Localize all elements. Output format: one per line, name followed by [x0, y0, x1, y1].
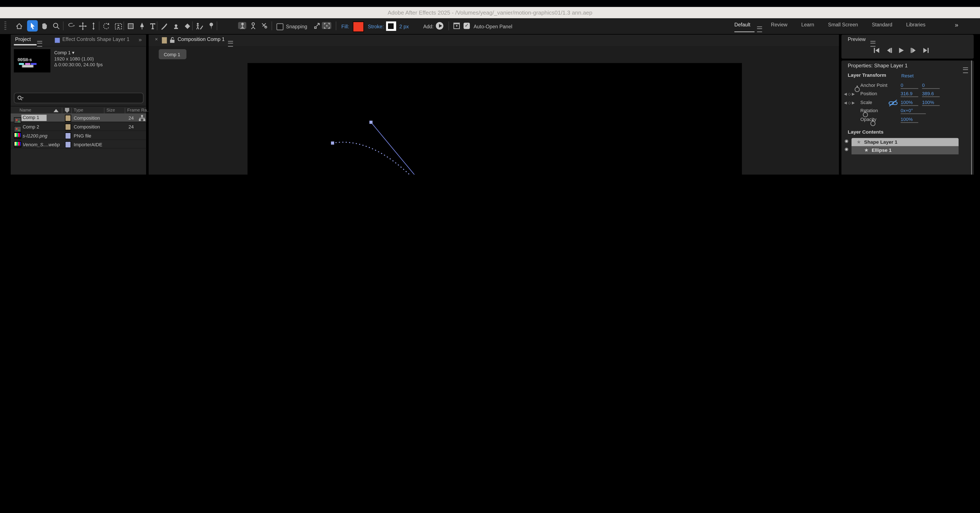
- skip-to-start-icon[interactable]: [873, 47, 880, 53]
- workspace-tab[interactable]: Small Screen: [828, 22, 858, 28]
- path-vertices[interactable]: [331, 121, 742, 175]
- puppet-advanced-pin-icon[interactable]: [249, 22, 257, 29]
- comp-panel-menu-icon[interactable]: [228, 41, 233, 46]
- workspace-tab[interactable]: Learn: [801, 22, 814, 28]
- skip-to-end-icon[interactable]: [923, 47, 930, 53]
- opacity-value[interactable]: 100%: [901, 117, 918, 123]
- project-item-row[interactable]: s-l1200.png PNG file: [11, 131, 146, 140]
- item-name[interactable]: s-l1200.png: [23, 133, 48, 138]
- bezier-handle-line[interactable]: [371, 122, 469, 175]
- scale-x-value[interactable]: 100%: [901, 99, 918, 106]
- clone-stamp-tool-icon[interactable]: [170, 20, 181, 32]
- snapping-checkbox[interactable]: [277, 23, 283, 30]
- pan-camera-tool-icon[interactable]: [77, 20, 88, 32]
- tab-effect-controls[interactable]: Effect Controls Shape Layer 1: [62, 37, 129, 42]
- scale-y-value[interactable]: 100%: [922, 99, 940, 106]
- item-label-swatch[interactable]: [65, 115, 71, 122]
- project-panel-menu-icon[interactable]: [37, 41, 42, 46]
- comp-tab-title[interactable]: Composition Comp 1: [178, 37, 225, 42]
- snapping-label[interactable]: Snapping: [286, 24, 307, 30]
- properties-panel-title[interactable]: Properties: Shape Layer 1: [848, 63, 908, 69]
- project-item-row[interactable]: Comp 2 Composition 24: [11, 122, 146, 131]
- rotation-tool-icon[interactable]: [101, 20, 111, 32]
- label-column-icon[interactable]: [65, 108, 70, 113]
- position-x-value[interactable]: 316.9: [901, 91, 918, 97]
- anchor-y-value[interactable]: 0: [922, 83, 940, 89]
- camera-tool-icon[interactable]: [113, 20, 124, 32]
- workspace-tab-default[interactable]: Default: [734, 22, 751, 28]
- layer-transform-reset[interactable]: Reset: [901, 73, 914, 78]
- project-tabs-overflow-icon[interactable]: »: [138, 37, 142, 43]
- eye-icon[interactable]: ◉: [845, 147, 848, 152]
- project-search-input[interactable]: [14, 92, 143, 104]
- workspace-tab[interactable]: Standard: [872, 22, 892, 28]
- puppet-bend-pin-icon[interactable]: [259, 22, 268, 29]
- home-icon[interactable]: [14, 20, 25, 32]
- stroke-label[interactable]: Stroke:: [368, 24, 384, 30]
- column-name[interactable]: Name: [19, 108, 31, 112]
- tab-project[interactable]: Project: [15, 37, 31, 42]
- project-item-row[interactable]: Venom_S....webp ImporterAIDE: [11, 140, 146, 149]
- stopwatch-icon[interactable]: [855, 87, 860, 92]
- item-name[interactable]: Venom_S....webp: [23, 142, 60, 147]
- shrink-selection-icon[interactable]: [311, 20, 322, 32]
- keyframe-nav-icons[interactable]: ◀ ◇ ▶: [844, 91, 855, 96]
- roto-brush-tool-icon[interactable]: [194, 20, 205, 32]
- unlock-icon[interactable]: [169, 37, 175, 43]
- workspace-menu-icon[interactable]: [757, 26, 762, 32]
- rotation-value[interactable]: 0x+0°: [901, 108, 926, 114]
- previous-frame-icon[interactable]: [886, 47, 892, 53]
- next-frame-icon[interactable]: [910, 47, 917, 53]
- auto-open-checkbox[interactable]: ✓: [464, 23, 470, 29]
- snap-bounds-icon[interactable]: [322, 22, 331, 29]
- item-name[interactable]: Comp 1: [21, 115, 47, 121]
- comp-breadcrumb-pill[interactable]: Comp 1: [159, 49, 186, 59]
- layer-contents-item-shape-layer[interactable]: ★ Shape Layer 1: [852, 138, 959, 146]
- stroke-swatch[interactable]: [386, 21, 396, 31]
- layer-transform-title[interactable]: Layer Transform: [848, 72, 886, 78]
- panel-toggle-icon[interactable]: [451, 20, 462, 32]
- item-label-swatch[interactable]: [65, 124, 71, 131]
- puppet-pin-tool-icon[interactable]: [206, 20, 217, 32]
- sort-ascending-icon[interactable]: [54, 109, 59, 112]
- comp-tab-close-icon[interactable]: ×: [155, 37, 158, 42]
- selection-tool-icon[interactable]: [27, 20, 38, 32]
- workspace-tab[interactable]: Review: [771, 22, 787, 28]
- fill-swatch[interactable]: [353, 21, 364, 32]
- stroke-width-value[interactable]: 2 px: [399, 24, 409, 30]
- item-label-swatch[interactable]: [65, 141, 71, 148]
- unlink-icon[interactable]: [888, 99, 898, 107]
- workspace-tab[interactable]: Libraries: [906, 22, 925, 28]
- item-name[interactable]: Comp 2: [23, 124, 39, 129]
- position-y-value[interactable]: 389.6: [922, 91, 940, 97]
- puppet-position-pin-icon[interactable]: [238, 22, 246, 29]
- item-label-swatch[interactable]: [65, 132, 71, 139]
- preview-panel-title[interactable]: Preview: [848, 37, 866, 42]
- column-type[interactable]: Type: [74, 108, 83, 112]
- column-size[interactable]: Size: [107, 108, 115, 112]
- rectangle-tool-icon[interactable]: [126, 20, 136, 32]
- play-icon[interactable]: [898, 47, 904, 53]
- zoom-tool-icon[interactable]: [51, 20, 62, 32]
- add-button[interactable]: [436, 22, 443, 30]
- orbit-camera-tool-icon[interactable]: [65, 20, 76, 32]
- keyframe-nav-icons[interactable]: ◀ ◇ ▶: [844, 100, 855, 105]
- workspace-overflow-icon[interactable]: »: [955, 21, 958, 28]
- auto-open-label[interactable]: Auto-Open Panel: [474, 24, 512, 30]
- anchor-x-value[interactable]: 0: [901, 83, 918, 89]
- comp-viewer[interactable]: [248, 63, 742, 175]
- properties-scrollbar[interactable]: [971, 61, 972, 175]
- project-item-row[interactable]: Comp 1 Composition 24: [11, 113, 146, 122]
- column-frame-rate[interactable]: Frame Ra...: [127, 108, 151, 112]
- fill-label[interactable]: Fill:: [342, 24, 349, 30]
- toolbar-drag-handle[interactable]: [5, 21, 6, 31]
- type-tool-icon[interactable]: [148, 20, 158, 32]
- pen-tool-icon[interactable]: [137, 20, 148, 32]
- layer-contents-item-ellipse[interactable]: ★ Ellipse 1: [852, 146, 959, 155]
- brush-tool-icon[interactable]: [159, 20, 169, 32]
- preview-panel-menu-icon[interactable]: [870, 41, 876, 46]
- properties-panel-menu-icon[interactable]: [963, 67, 968, 73]
- hand-tool-icon[interactable]: [39, 20, 50, 32]
- motion-path[interactable]: [332, 142, 742, 175]
- dolly-camera-tool-icon[interactable]: [88, 20, 99, 32]
